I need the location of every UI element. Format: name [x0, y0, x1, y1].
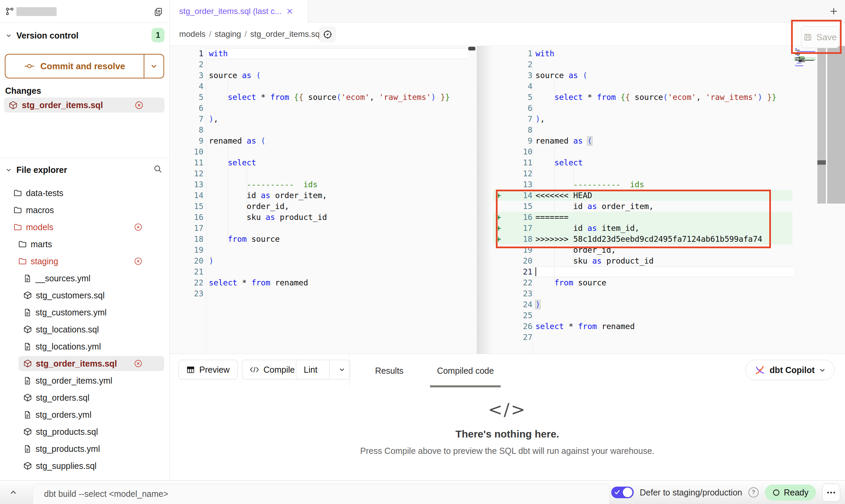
right-code-line-1[interactable]: 1with [477, 48, 845, 59]
changed-file-row[interactable]: stg_order_items.sql [4, 98, 164, 113]
left-code-line-15[interactable]: 15 order_id, [170, 201, 477, 212]
right-code-line-11[interactable]: 11 select [477, 157, 845, 168]
right-code-line-26[interactable]: 26select * from renamed [477, 321, 845, 332]
left-code-line-21[interactable]: 21 [170, 266, 477, 277]
right-code-line-23[interactable]: 23 [477, 288, 845, 299]
right-code-line-19[interactable]: 19 order_id, [477, 244, 845, 255]
file-item-stg_customers.sql[interactable]: stg_customers.sql [0, 287, 169, 304]
tab-results[interactable]: Results [368, 354, 410, 387]
file-item-stg_locations.yml[interactable]: stg_locations.yml [0, 338, 169, 355]
discard-change-icon[interactable] [134, 257, 143, 266]
chevron-up-icon[interactable] [10, 489, 17, 496]
dbt-copilot-button[interactable]: dbt Copilot [745, 360, 835, 380]
file-item-stg_order_items.yml[interactable]: stg_order_items.yml [0, 372, 169, 389]
lineage-compass-button[interactable] [319, 26, 336, 42]
preview-button[interactable]: Preview [178, 360, 238, 380]
pane-divider[interactable] [477, 46, 477, 354]
left-code-line-13[interactable]: 13 ---------- ids [170, 179, 477, 190]
discard-change-icon[interactable] [134, 101, 144, 110]
right-code-line-15[interactable]: 15 id as order_item, [477, 201, 845, 212]
file-item-data-tests[interactable]: data-tests [0, 184, 169, 202]
commit-dropdown-button[interactable] [144, 55, 163, 78]
compile-button[interactable]: Compile [242, 360, 303, 380]
right-code-line-14[interactable]: +14<<<<<<< HEAD [477, 190, 845, 201]
file-item-stg_orders.sql[interactable]: stg_orders.sql [0, 389, 169, 406]
right-code-line-12[interactable]: 12 [477, 168, 845, 179]
file-item-stg_order_items.sql[interactable]: stg_order_items.sql [0, 355, 169, 372]
left-code-line-7[interactable]: 7), [170, 114, 477, 124]
right-code-line-9[interactable]: 9renamed as ( [477, 135, 845, 146]
help-icon[interactable]: ? [748, 487, 759, 498]
save-button[interactable]: Save [801, 26, 839, 48]
breadcrumb-segment[interactable]: models [179, 29, 205, 39]
left-code-line-3[interactable]: 3source as ( [170, 70, 477, 81]
scrollbar-thumb[interactable] [817, 160, 826, 165]
left-code-line-9[interactable]: 9renamed as ( [170, 135, 477, 146]
right-code-line-13[interactable]: 13 ---------- ids [477, 179, 845, 190]
left-code-line-10[interactable]: 10 [170, 146, 477, 157]
right-code-line-3[interactable]: 3source as ( [477, 70, 845, 81]
left-code-line-22[interactable]: 22select * from renamed [170, 277, 477, 288]
right-code-line-20[interactable]: 20 sku as product_id [477, 255, 845, 266]
right-code-line-24[interactable]: 24) [477, 299, 845, 310]
editor-scrollbar[interactable] [817, 46, 826, 204]
left-pane-scrollbar-thumb[interactable] [468, 47, 475, 50]
left-code-line-6[interactable]: 6 [170, 103, 477, 114]
copy-files-icon[interactable] [154, 7, 163, 17]
left-code-line-2[interactable]: 2 [170, 59, 477, 70]
left-code-line-17[interactable]: 17 [170, 223, 477, 234]
file-item-marts[interactable]: marts [0, 236, 169, 253]
left-code-line-23[interactable]: 23 [170, 288, 477, 299]
file-item-stg_locations.sql[interactable]: stg_locations.sql [0, 321, 169, 338]
right-code-line-4[interactable]: 4 [477, 81, 845, 92]
discard-change-icon[interactable] [134, 359, 143, 368]
lint-dropdown-button[interactable] [334, 367, 350, 373]
right-code-line-16[interactable]: +16======= [477, 212, 845, 223]
right-code-line-2[interactable]: 2 [477, 59, 845, 70]
file-item-stg_products.yml[interactable]: stg_products.yml [0, 440, 169, 457]
right-code-line-25[interactable]: 25 [477, 310, 845, 321]
file-item-stg_supplies.sql[interactable]: stg_supplies.sql [0, 457, 169, 474]
file-item-macros[interactable]: macros [0, 202, 169, 219]
file-item-stg_products.sql[interactable]: stg_products.sql [0, 423, 169, 440]
left-code-line-19[interactable]: 19 [170, 244, 477, 255]
right-code-line-27[interactable]: 27 [477, 332, 845, 343]
tab-compiled-code[interactable]: Compiled code [430, 354, 501, 387]
command-bar[interactable]: dbt build --select <model_name> [33, 484, 610, 504]
file-item-__sources.yml[interactable]: __sources.yml [0, 270, 169, 287]
file-item-models[interactable]: models [0, 219, 169, 236]
git-branch-icon[interactable] [5, 7, 14, 16]
new-tab-icon[interactable] [829, 6, 839, 16]
commit-and-resolve-button[interactable]: Commit and resolve [5, 54, 164, 78]
left-code-line-18[interactable]: 18 from source [170, 234, 477, 244]
right-code-line-8[interactable]: 8 [477, 124, 845, 135]
right-code-line-18[interactable]: +18>>>>>>> 58c1dd23d5eebd9cd2495fa7124ab… [477, 234, 845, 244]
close-icon[interactable] [286, 8, 293, 15]
left-code-line-11[interactable]: 11 select [170, 157, 477, 168]
editor-pane-left[interactable]: 1with23source as (45 select * from {{ so… [170, 46, 477, 354]
discard-change-icon[interactable] [134, 223, 143, 232]
breadcrumb-segment[interactable]: staging [215, 29, 241, 39]
chevron-down-icon[interactable] [6, 33, 12, 39]
left-code-line-12[interactable]: 12 [170, 168, 477, 179]
lint-button[interactable]: Lint [296, 360, 350, 380]
left-code-line-5[interactable]: 5 select * from {{ source('ecom', 'raw_i… [170, 92, 477, 103]
file-item-stg_orders.yml[interactable]: stg_orders.yml [0, 406, 169, 423]
right-code-line-5[interactable]: 5 select * from {{ source('ecom', 'raw_i… [477, 92, 845, 103]
more-options-button[interactable] [822, 484, 840, 502]
right-code-line-6[interactable]: 6 [477, 103, 845, 114]
chevron-down-icon[interactable] [6, 167, 12, 173]
file-item-stg_customers.yml[interactable]: stg_customers.yml [0, 304, 169, 321]
left-code-line-20[interactable]: 20) [170, 255, 477, 266]
tab-stg-order-items[interactable]: stg_order_items.sql (last c... [170, 0, 308, 23]
left-code-line-16[interactable]: 16 sku as product_id [170, 212, 477, 223]
file-item-staging[interactable]: staging [0, 253, 169, 270]
right-code-line-7[interactable]: 7), [477, 114, 845, 124]
right-code-line-17[interactable]: +17 id as item_id, [477, 223, 845, 234]
right-code-line-21[interactable]: 21 [477, 266, 845, 277]
left-code-line-1[interactable]: 1with [170, 48, 477, 59]
minimap-scrollbar[interactable] [827, 46, 845, 204]
right-code-line-10[interactable]: 10 [477, 146, 845, 157]
left-code-line-14[interactable]: 14 id as order_item, [170, 190, 477, 201]
editor-pane-right[interactable]: 1with23source as (45 select * from {{ so… [477, 46, 845, 354]
